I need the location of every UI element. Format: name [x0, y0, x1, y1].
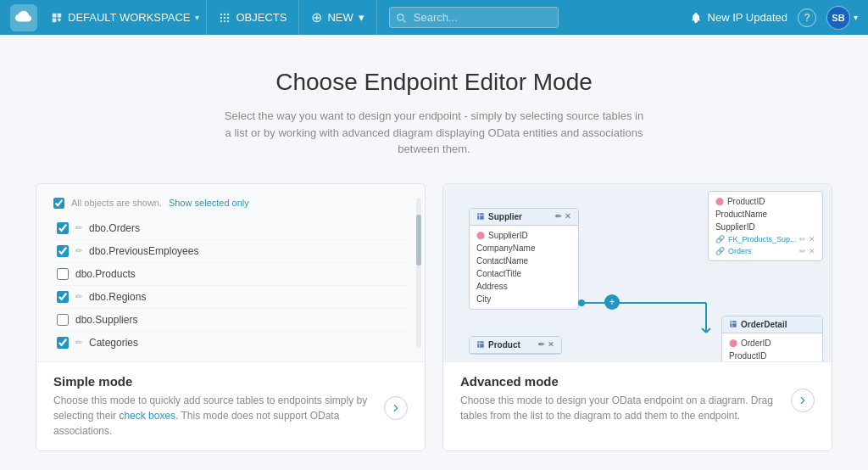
all-objects-checkbox[interactable]	[53, 198, 64, 209]
main-content: Choose Endpoint Editor Mode Select the w…	[0, 35, 868, 468]
logo-button[interactable]	[10, 4, 37, 31]
advanced-mode-text: Advanced mode Choose this mode to design…	[460, 374, 791, 423]
page-subtitle: Select the way you want to design your e…	[222, 108, 646, 158]
advanced-mode-footer: Advanced mode Choose this mode to design…	[443, 362, 832, 435]
list-item: ✏ dbo.PreviousEmployees	[53, 240, 408, 263]
help-button[interactable]: ?	[798, 8, 816, 27]
diagram-field: ContactName	[470, 255, 578, 267]
avatar: SB	[826, 6, 850, 30]
add-table-button[interactable]: +	[604, 294, 620, 310]
advanced-mode-card[interactable]: ⬤ ProductID ProductName SupplierID 🔗 FK_…	[442, 183, 832, 451]
diagram-field: Address	[470, 280, 578, 293]
table-checkbox[interactable]	[57, 337, 69, 349]
topnav-right: New IP Updated ? SB ▾	[689, 6, 858, 30]
simple-mode-footer: Simple mode Choose this mode to quickly …	[36, 362, 425, 450]
table-list: ✏ dbo.Orders ✏ dbo.PreviousEmployees dbo…	[53, 217, 408, 354]
svg-point-1	[224, 13, 225, 14]
notification-badge[interactable]: New IP Updated	[689, 11, 787, 25]
simple-mode-text: Simple mode Choose this mode to quickly …	[53, 374, 384, 439]
diagram-field: 🔗 FK_Products_Sup... ✏ ✕	[709, 233, 822, 245]
diagram-table-supplier: Supplier ✏ ✕ ⬤ SupplierID CompanyName Co…	[469, 208, 579, 310]
diagram-table-product-header: Product ✏ ✕	[470, 337, 561, 354]
diagram-area: ⬤ ProductID ProductName SupplierID 🔗 FK_…	[443, 184, 832, 361]
mode-cards-row: All objects are shown. Show selected onl…	[17, 183, 851, 451]
diagram-field: ⬤ OrderID	[722, 337, 822, 350]
diagram-field: 🔗 Orders ✏ ✕	[709, 245, 822, 257]
workspace-selector[interactable]: DEFAULT WORKSPACE ▾	[44, 0, 207, 35]
user-chevron: ▾	[854, 13, 858, 22]
edit-icon: ✏	[75, 338, 82, 347]
diagram-field: City	[470, 293, 578, 305]
search-area	[377, 7, 689, 28]
simple-link[interactable]: check boxes.	[119, 410, 178, 422]
advanced-mode-title: Advanced mode	[460, 374, 791, 389]
edit-icon: ✏	[75, 223, 82, 232]
svg-point-14	[578, 299, 585, 306]
table-checkbox[interactable]	[57, 291, 69, 303]
new-menu[interactable]: ⊕ NEW ▾	[299, 0, 376, 35]
svg-rect-9	[477, 213, 484, 220]
svg-point-2	[227, 13, 229, 14]
simple-mode-arrow[interactable]	[384, 396, 408, 420]
new-chevron: ▾	[359, 11, 364, 24]
edit-icon: ✏	[75, 292, 82, 301]
scrollbar	[416, 198, 421, 348]
search-icon	[395, 12, 407, 24]
diagram-table-product: Product ✏ ✕	[469, 336, 562, 355]
svg-rect-17	[730, 321, 737, 327]
table-checkbox[interactable]	[57, 245, 69, 257]
simple-mode-desc: Choose this mode to quickly add source t…	[53, 393, 384, 439]
svg-rect-20	[477, 341, 484, 348]
advanced-mode-desc: Choose this mode to design your OData en…	[460, 393, 791, 423]
advanced-mode-arrow[interactable]	[791, 389, 815, 412]
simple-mode-card[interactable]: All objects are shown. Show selected onl…	[36, 183, 426, 451]
table-checkbox[interactable]	[57, 268, 69, 280]
edit-icon: ✏	[75, 246, 82, 255]
diagram-field: ⬤ SupplierID	[470, 229, 578, 242]
svg-point-0	[220, 13, 222, 14]
diagram-table-orderdetail-header: OrderDetail	[722, 316, 822, 333]
table-checkbox[interactable]	[57, 222, 69, 234]
diagram-field: CompanyName	[470, 242, 578, 255]
svg-line-15	[702, 328, 706, 333]
svg-point-8	[227, 20, 229, 21]
filter-bar: All objects are shown. Show selected onl…	[53, 198, 408, 209]
diagram-field: ⬤ ProductID	[709, 195, 822, 208]
user-avatar-menu[interactable]: SB ▾	[826, 6, 858, 30]
objects-menu[interactable]: OBJECTS	[207, 0, 299, 35]
diagram-field: ProductID	[722, 350, 822, 362]
svg-point-3	[220, 16, 222, 18]
search-input[interactable]	[389, 7, 559, 28]
diagram-table-products: ⬤ ProductID ProductName SupplierID 🔗 FK_…	[708, 191, 823, 261]
list-item: ✏ dbo.Orders	[53, 217, 408, 240]
list-item: ✏ Categories	[53, 332, 408, 354]
svg-point-5	[227, 16, 229, 18]
list-item: ✏ dbo.Regions	[53, 286, 408, 309]
topnav: DEFAULT WORKSPACE ▾ OBJECTS ⊕ NEW ▾ New …	[0, 0, 868, 35]
list-item: dbo.Suppliers	[53, 309, 408, 332]
scroll-thumb	[416, 215, 421, 266]
table-checkbox[interactable]	[57, 314, 69, 326]
simple-mode-preview: All objects are shown. Show selected onl…	[36, 184, 425, 362]
diagram-table-header: Supplier ✏ ✕	[470, 209, 578, 226]
svg-line-16	[706, 328, 710, 333]
advanced-mode-preview: ⬤ ProductID ProductName SupplierID 🔗 FK_…	[443, 184, 832, 362]
list-item: dbo.Products	[53, 263, 408, 286]
simple-mode-title: Simple mode	[53, 374, 384, 389]
diagram-table-orderdetail: OrderDetail ⬤ OrderID ProductID	[721, 316, 823, 362]
page-title: Choose Endpoint Editor Mode	[17, 69, 851, 96]
svg-point-4	[224, 16, 225, 18]
diagram-field: ContactTitle	[470, 267, 578, 280]
svg-point-7	[224, 20, 225, 21]
diagram-field: SupplierID	[709, 221, 822, 233]
show-selected-link[interactable]: Show selected only	[169, 198, 249, 208]
diagram-field: ProductName	[709, 208, 822, 221]
svg-point-6	[220, 20, 222, 21]
workspace-chevron: ▾	[195, 13, 199, 22]
